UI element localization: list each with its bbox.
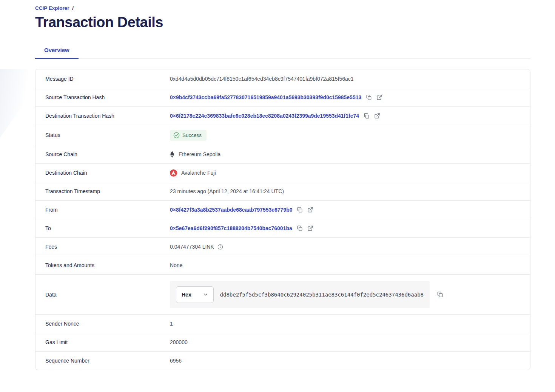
chevron-down-icon: [203, 292, 208, 297]
info-icon[interactable]: [217, 244, 223, 250]
row-label: Data: [45, 292, 170, 298]
source-tx-hash-link[interactable]: 0×9b4cf3743ccba69fa5277830716519859a9401…: [170, 95, 361, 100]
row-label: Source Transaction Hash: [45, 94, 170, 100]
table-row-message-id: Message ID 0xd4d4a5d0db05dc714f8150c1af6…: [35, 69, 530, 88]
breadcrumb-separator: /: [72, 5, 74, 11]
row-label: Sender Nonce: [45, 321, 170, 327]
background-decoration: [0, 69, 28, 138]
table-row-to: To 0×5e67ea6d6f290f857c1888204b7540bac76…: [35, 219, 530, 237]
table-row-sequence-number: Sequence Number 6956: [35, 351, 530, 370]
gas-limit-value: 200000: [170, 339, 188, 345]
row-label: To: [45, 225, 170, 231]
avalanche-icon: [170, 169, 177, 177]
copy-icon[interactable]: [297, 207, 303, 213]
message-id-value: 0xd4d4a5d0db05dc714f8150c1af654ed34eb8c9…: [170, 76, 354, 82]
table-row-sender-nonce: Sender Nonce 1: [35, 314, 530, 333]
table-row-status: Status Success: [35, 125, 530, 145]
destination-chain-name: Avalanche Fuji: [181, 170, 216, 176]
to-address-link[interactable]: 0×5e67ea6d6f290f857c1888204b7540bac76001…: [170, 226, 292, 231]
row-label: Sequence Number: [45, 358, 170, 364]
table-row-destination-chain: Destination Chain Avalanche Fuji: [35, 163, 530, 182]
breadcrumb: CCIP Explorer /: [35, 0, 530, 11]
destination-tx-hash-link[interactable]: 0×6f2178c224c369833bafe6c028eb18ec8208a0…: [170, 113, 359, 119]
tokens-value: None: [170, 262, 182, 268]
external-link-icon[interactable]: [307, 225, 313, 231]
table-row-gas-limit: Gas Limit 200000: [35, 333, 530, 351]
data-hex-value: dd8be2f5f5d5cf3b8640c62924025b311ae83c61…: [220, 292, 424, 298]
copy-icon[interactable]: [364, 113, 370, 119]
tab-overview[interactable]: Overview: [35, 47, 79, 58]
row-label: Tokens and Amounts: [45, 262, 170, 268]
row-label: Source Chain: [45, 151, 170, 157]
tab-bar: Overview: [35, 47, 530, 58]
table-row-timestamp: Transaction Timestamp 23 minutes ago (Ap…: [35, 182, 530, 200]
sender-nonce-value: 1: [170, 321, 173, 327]
page-title: Transaction Details: [35, 14, 530, 31]
ethereum-icon: [170, 151, 174, 158]
data-hex-box: Hex dd8be2f5f5d5cf3b8640c62924025b311ae8…: [170, 281, 430, 308]
table-row-source-tx-hash: Source Transaction Hash 0×9b4cf3743ccba6…: [35, 88, 530, 106]
from-address-link[interactable]: 0×8f427f3a3a8b2537aabde68caab797553e8779…: [170, 207, 292, 213]
copy-icon[interactable]: [366, 94, 372, 100]
external-link-icon[interactable]: [374, 113, 380, 119]
row-label: Transaction Timestamp: [45, 188, 170, 194]
check-circle-icon: [173, 132, 180, 138]
copy-icon[interactable]: [297, 225, 303, 231]
row-label: Gas Limit: [45, 339, 170, 345]
table-row-destination-tx-hash: Destination Transaction Hash 0×6f2178c22…: [35, 106, 530, 125]
row-label: Fees: [45, 244, 170, 250]
sequence-number-value: 6956: [170, 358, 182, 364]
row-label: From: [45, 207, 170, 213]
external-link-icon[interactable]: [307, 207, 313, 213]
timestamp-value: 23 minutes ago (April 12, 2024 at 16:41:…: [170, 188, 284, 194]
external-link-icon[interactable]: [376, 94, 382, 100]
source-chain-name: Ethereum Sepolia: [179, 151, 220, 157]
main-content: CCIP Explorer / Transaction Details Over…: [35, 0, 530, 370]
status-badge: Success: [170, 130, 207, 141]
table-row-tokens: Tokens and Amounts None: [35, 256, 530, 274]
breadcrumb-ccip-explorer-link[interactable]: CCIP Explorer: [35, 5, 69, 11]
fees-value: 0.047477304 LINK: [170, 244, 214, 250]
row-label: Message ID: [45, 76, 170, 82]
row-label: Status: [45, 132, 170, 138]
data-format-select[interactable]: Hex: [176, 286, 214, 303]
table-row-data: Data Hex dd8be2f5f5d5cf3b8640c62924025b3…: [35, 274, 530, 314]
table-row-fees: Fees 0.047477304 LINK: [35, 237, 530, 256]
row-label: Destination Chain: [45, 170, 170, 176]
transaction-details-page: CCIP Explorer / Transaction Details Over…: [0, 0, 555, 392]
data-format-value: Hex: [182, 292, 191, 298]
row-label: Destination Transaction Hash: [45, 113, 170, 119]
status-text: Success: [182, 132, 202, 138]
transaction-details-table: Message ID 0xd4d4a5d0db05dc714f8150c1af6…: [35, 69, 530, 370]
table-row-from: From 0×8f427f3a3a8b2537aabde68caab797553…: [35, 200, 530, 219]
table-row-source-chain: Source Chain Ethereum Sepolia: [35, 145, 530, 163]
copy-icon[interactable]: [437, 291, 443, 298]
